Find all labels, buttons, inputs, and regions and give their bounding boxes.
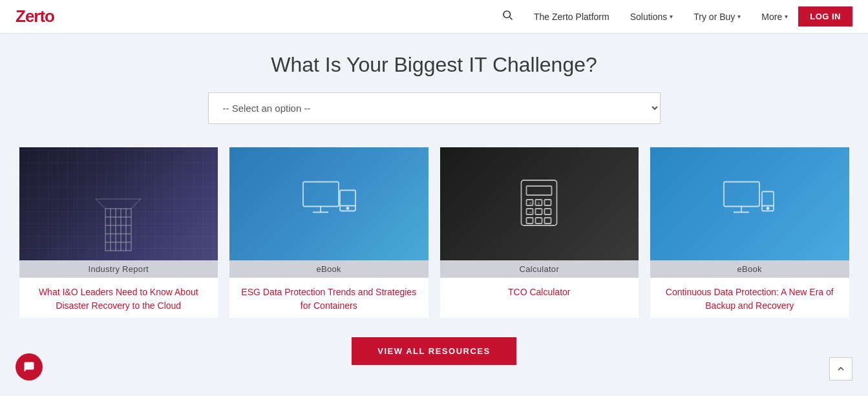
card-3-title: TCO Calculator bbox=[440, 278, 639, 304]
nav-platform[interactable]: The Zerto Platform bbox=[534, 12, 609, 22]
svg-rect-14 bbox=[303, 182, 339, 206]
card-3-badge: Calculator bbox=[440, 260, 639, 278]
card-calculator[interactable]: + × − Calcula bbox=[440, 147, 639, 318]
svg-rect-26 bbox=[545, 200, 551, 205]
chevron-down-icon: ▾ bbox=[785, 13, 788, 20]
card-4-title: Continuous Data Protection: A New Era of… bbox=[650, 278, 849, 318]
resource-cards-grid: Industry Report What I&O Leaders Need to… bbox=[14, 147, 854, 318]
card-1-image bbox=[19, 147, 218, 260]
svg-text:+: + bbox=[529, 200, 533, 206]
chevron-down-icon: ▾ bbox=[737, 13, 741, 20]
nav-solutions-label: Solutions bbox=[630, 12, 668, 22]
view-all-wrapper: VIEW ALL RESOURCES bbox=[13, 337, 855, 365]
svg-line-11 bbox=[96, 199, 105, 209]
svg-line-12 bbox=[131, 199, 141, 209]
chat-bubble[interactable] bbox=[16, 353, 43, 380]
nav-more-label: More bbox=[761, 12, 782, 22]
login-button[interactable]: LOG IN bbox=[798, 6, 852, 26]
svg-rect-31 bbox=[527, 218, 533, 224]
logo[interactable]: Zerto bbox=[16, 6, 54, 26]
card-1-title: What I&O Leaders Need to Know About Disa… bbox=[19, 278, 218, 318]
card-ebook-2[interactable]: eBook Continuous Data Protection: A New … bbox=[650, 147, 849, 318]
svg-rect-29 bbox=[536, 209, 542, 214]
search-icon[interactable] bbox=[502, 9, 513, 24]
svg-point-0 bbox=[503, 11, 511, 18]
card-4-image bbox=[650, 147, 849, 260]
logo-text: Zerto bbox=[16, 6, 54, 26]
navbar: Zerto The Zerto Platform Solutions ▾ Try… bbox=[0, 0, 868, 34]
view-all-button[interactable]: VIEW ALL RESOURCES bbox=[352, 337, 516, 365]
card-4-badge: eBook bbox=[650, 260, 849, 278]
card-2-badge: eBook bbox=[229, 260, 429, 278]
nav-solutions[interactable]: Solutions ▾ bbox=[630, 12, 673, 22]
svg-text:×: × bbox=[538, 201, 540, 205]
scroll-top-button[interactable] bbox=[829, 357, 852, 380]
svg-rect-2 bbox=[105, 209, 131, 251]
card-2-title: ESG Data Protection Trends and Strategie… bbox=[229, 278, 429, 318]
card-4-icon bbox=[721, 178, 779, 229]
svg-rect-30 bbox=[545, 209, 551, 214]
main-content: What Is Your Biggest IT Challenge? -- Se… bbox=[0, 34, 868, 378]
nav-try-label: Try or Buy bbox=[693, 12, 735, 22]
nav-try-or-buy[interactable]: Try or Buy ▾ bbox=[693, 12, 741, 22]
nav-links: The Zerto Platform Solutions ▾ Try or Bu… bbox=[502, 9, 788, 24]
svg-point-19 bbox=[346, 207, 348, 209]
card-3-icon: + × − bbox=[515, 177, 564, 231]
svg-point-39 bbox=[767, 207, 768, 209]
svg-line-1 bbox=[510, 17, 513, 20]
svg-text:−: − bbox=[529, 209, 533, 215]
svg-rect-32 bbox=[536, 218, 542, 224]
card-1-badge: Industry Report bbox=[19, 260, 218, 278]
svg-rect-21 bbox=[527, 186, 552, 195]
card-2-image bbox=[229, 147, 429, 260]
chevron-down-icon: ▾ bbox=[670, 13, 673, 20]
svg-rect-34 bbox=[724, 182, 759, 206]
challenge-select-wrapper: -- Select an option -- Disaster Recovery… bbox=[208, 92, 661, 124]
card-3-image: + × − bbox=[440, 147, 639, 260]
challenge-select[interactable]: -- Select an option -- Disaster Recovery… bbox=[208, 92, 661, 124]
card-2-icon bbox=[300, 178, 358, 229]
nav-more[interactable]: More ▾ bbox=[761, 12, 788, 22]
card-industry-report[interactable]: Industry Report What I&O Leaders Need to… bbox=[19, 147, 218, 318]
svg-rect-33 bbox=[545, 218, 551, 224]
page-heading: What Is Your Biggest IT Challenge? bbox=[13, 53, 855, 77]
card-ebook-1[interactable]: eBook ESG Data Protection Trends and Str… bbox=[229, 147, 429, 318]
